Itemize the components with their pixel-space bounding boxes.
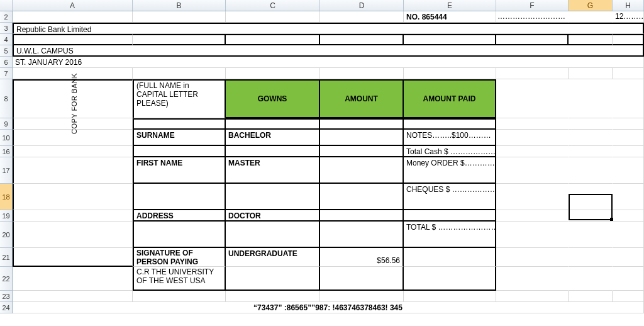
- cell-G18[interactable]: [569, 184, 613, 210]
- cell-B23[interactable]: [133, 291, 226, 302]
- cell-B16[interactable]: [133, 146, 226, 157]
- notes-line[interactable]: NOTES……..$100………: [404, 130, 496, 146]
- dots-before-year[interactable]: ………………………: [496, 11, 569, 23]
- col-header-D[interactable]: D: [320, 0, 404, 11]
- row-header-17[interactable]: 17: [0, 157, 12, 184]
- cell-D18[interactable]: [320, 184, 404, 210]
- row-header-9[interactable]: 9: [0, 118, 12, 130]
- cell-F4[interactable]: [496, 34, 569, 45]
- row-header-3[interactable]: 3: [0, 23, 12, 34]
- name-label[interactable]: (FULL NAME in CAPITAL LETTER PLEASE): [133, 79, 226, 118]
- no-label[interactable]: NO. 865444: [404, 11, 496, 23]
- col-header-H[interactable]: H: [613, 0, 644, 11]
- cell-G20[interactable]: [569, 222, 613, 248]
- col-header-F[interactable]: F: [496, 0, 569, 11]
- cell-G23[interactable]: [569, 291, 613, 302]
- cell-F19[interactable]: [496, 210, 569, 222]
- cell-A23[interactable]: [13, 291, 133, 302]
- cell-B18[interactable]: [133, 184, 226, 210]
- bachelor-label[interactable]: BACHELOR: [226, 130, 320, 146]
- cr-line[interactable]: C.R THE UNIVERSITY OF THE WEST USA: [133, 267, 226, 291]
- cell-F23[interactable]: [496, 291, 569, 302]
- firstname-label[interactable]: FIRST NAME: [133, 157, 226, 184]
- select-all-corner[interactable]: [0, 0, 13, 11]
- cell-G22[interactable]: [569, 267, 613, 291]
- cell-H4[interactable]: [613, 34, 644, 45]
- cell-C20[interactable]: [226, 222, 320, 248]
- cell-H10[interactable]: [613, 130, 644, 146]
- cell-D7[interactable]: [320, 68, 404, 79]
- cell-D16[interactable]: [320, 146, 404, 157]
- footer-code[interactable]: “73437” :86565””987: !463746378463! 345: [13, 302, 644, 313]
- col-header-A[interactable]: A: [13, 0, 133, 11]
- cell-A4[interactable]: [13, 34, 133, 45]
- cell-E21[interactable]: [404, 248, 496, 267]
- cell-B7[interactable]: [133, 68, 226, 79]
- col-header-E[interactable]: E: [404, 0, 496, 11]
- cell-F7[interactable]: [496, 68, 569, 79]
- cell-E4[interactable]: [404, 34, 496, 45]
- cell-C4[interactable]: [226, 34, 320, 45]
- date-line[interactable]: ST. JANUARY 2016: [13, 57, 644, 68]
- cell-H23[interactable]: [613, 291, 644, 302]
- row-header-21[interactable]: 21: [0, 248, 12, 267]
- cell-D9[interactable]: [320, 118, 404, 130]
- doctor-label[interactable]: DOCTOR: [226, 210, 320, 222]
- cell-G7[interactable]: [569, 68, 613, 79]
- cell-A2[interactable]: [13, 11, 133, 23]
- cell-A17[interactable]: [13, 157, 133, 184]
- row-header-4[interactable]: 4: [0, 34, 12, 45]
- total-cash[interactable]: Total Cash $ ………………..: [404, 146, 496, 157]
- cell-D17[interactable]: [320, 157, 404, 184]
- row-header-18[interactable]: 18: [0, 184, 12, 210]
- cell-B2[interactable]: [133, 11, 226, 23]
- cell-G19[interactable]: [569, 210, 613, 222]
- cell-A16[interactable]: [13, 146, 133, 157]
- cell-D2[interactable]: [320, 11, 404, 23]
- row-header-16[interactable]: 16: [0, 146, 12, 157]
- cell-H20[interactable]: [613, 222, 644, 248]
- cell-G21[interactable]: [569, 248, 613, 267]
- undergrad-label[interactable]: UNDERGRADUATE: [226, 248, 320, 267]
- cell-G16[interactable]: [569, 146, 613, 157]
- money-order[interactable]: Money ORDER $…………..: [404, 157, 496, 184]
- cell-A22[interactable]: [13, 267, 133, 291]
- cell-D10[interactable]: [320, 130, 404, 146]
- cell-H19[interactable]: [613, 210, 644, 222]
- cell-C7[interactable]: [226, 68, 320, 79]
- cell-F16[interactable]: [496, 146, 569, 157]
- row-header-20[interactable]: 20: [0, 222, 12, 248]
- cell-C16[interactable]: [226, 146, 320, 157]
- cell-G4[interactable]: [569, 34, 613, 45]
- col-header-C[interactable]: C: [226, 0, 320, 11]
- row-header-6[interactable]: 6: [0, 57, 12, 68]
- signature-label[interactable]: SIGNATURE OF PERSON PAYING CASHIER: [133, 248, 226, 267]
- row-header-10[interactable]: 10: [0, 130, 12, 146]
- surname-label[interactable]: SURNAME: [133, 130, 226, 146]
- cell-F21[interactable]: [496, 248, 569, 267]
- cell-F10[interactable]: [496, 130, 569, 146]
- cell-G9[interactable]: [569, 118, 613, 130]
- cell-A20[interactable]: [13, 222, 133, 248]
- cell-E19[interactable]: [404, 210, 496, 222]
- cell-G10[interactable]: [569, 130, 613, 146]
- campus-line[interactable]: U.W.L. CAMPUS: [13, 45, 644, 57]
- cell-C23[interactable]: [226, 291, 320, 302]
- cell-F22[interactable]: [496, 267, 569, 291]
- row-header-19[interactable]: 19: [0, 210, 12, 222]
- cell-A19[interactable]: [13, 210, 133, 222]
- cell-A21[interactable]: [13, 248, 133, 267]
- cell-C22[interactable]: [226, 267, 320, 291]
- cell-B9[interactable]: [133, 118, 226, 130]
- cell-D4[interactable]: [320, 34, 404, 45]
- cell-H21[interactable]: [613, 248, 644, 267]
- cell-F20[interactable]: [496, 222, 569, 248]
- row-header-5[interactable]: 5: [0, 45, 12, 57]
- cell-B4[interactable]: [133, 34, 226, 45]
- grid-body[interactable]: NO. 865444 ……………………… 12…………… Republic Ba…: [13, 11, 644, 326]
- year-suffix[interactable]: 12……………: [613, 11, 644, 23]
- cell-H22[interactable]: [613, 267, 644, 291]
- row-header-24[interactable]: 24: [0, 302, 12, 313]
- cell-E9[interactable]: [404, 118, 496, 130]
- cell-B20[interactable]: [133, 222, 226, 248]
